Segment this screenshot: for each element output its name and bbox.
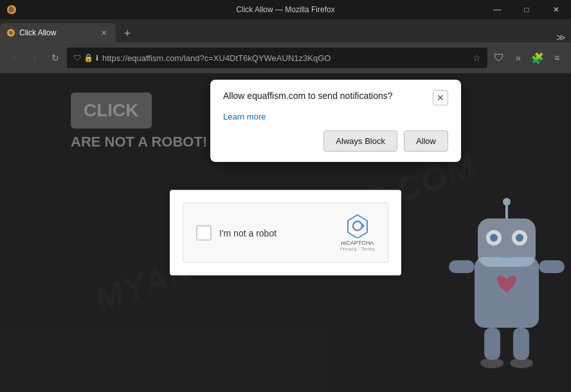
active-tab[interactable]: Click Allow ✕	[0, 23, 116, 42]
titlebar: Click Allow — Mozilla Firefox — □ ✕	[0, 0, 571, 19]
new-tab-button[interactable]: +	[118, 24, 136, 42]
not-robot-text: ARE NOT A ROBOT!	[71, 134, 207, 150]
popup-header: Allow equaffism.com to send notification…	[223, 90, 448, 105]
tab-overflow-button[interactable]: ≫	[556, 32, 566, 42]
svg-point-3	[9, 31, 13, 35]
robot-illustration	[436, 174, 565, 392]
notification-popup: Allow equaffism.com to send notification…	[210, 80, 461, 162]
learn-more-link[interactable]: Learn more	[223, 112, 448, 121]
window-controls: — □ ✕	[482, 0, 571, 19]
tab-favicon	[6, 28, 15, 37]
robot-svg	[436, 174, 565, 392]
svg-point-12	[516, 234, 523, 242]
tabbar: Click Allow ✕ + ≫	[0, 19, 571, 42]
tab-label: Click Allow	[19, 28, 95, 37]
svg-point-11	[490, 234, 498, 242]
captcha-label: I'm not a robot	[219, 227, 276, 238]
click-text: CLICK	[84, 100, 139, 121]
svg-rect-14	[539, 260, 565, 273]
tab-close-button[interactable]: ✕	[98, 27, 109, 39]
svg-point-18	[510, 358, 533, 368]
captcha-box: I'm not a robot reCAPTCHA Privacy · Term…	[183, 203, 388, 263]
svg-rect-16	[513, 328, 529, 360]
reload-button[interactable]: ↻	[46, 49, 64, 67]
captcha-checkbox[interactable]	[196, 225, 212, 240]
svg-rect-13	[449, 260, 475, 273]
always-block-button[interactable]: Always Block	[323, 130, 397, 152]
extensions-button[interactable]: »	[509, 49, 527, 67]
extensions2-button[interactable]: 🧩	[529, 49, 547, 67]
recaptcha-links: Privacy · Terms	[340, 246, 375, 252]
captcha-logo: reCAPTCHA Privacy · Terms	[340, 214, 375, 252]
page-content: MYANTISPYWARE.COM CLICK ARE NOT A ROBOT!…	[0, 73, 571, 392]
popup-buttons: Always Block Allow	[223, 130, 448, 152]
maximize-button[interactable]: □	[512, 0, 541, 19]
window-title: Click Allow — Mozilla Firefox	[236, 5, 334, 14]
forward-button[interactable]: ›	[26, 49, 44, 67]
svg-rect-6	[478, 218, 536, 267]
info-icon: ℹ	[96, 54, 98, 62]
shield-button[interactable]: 🛡	[490, 49, 508, 67]
popup-title: Allow equaffism.com to send notification…	[223, 90, 393, 103]
back-button[interactable]: ‹	[5, 49, 23, 67]
firefox-logo	[6, 4, 17, 15]
popup-close-button[interactable]: ✕	[433, 90, 448, 105]
svg-point-1	[9, 7, 14, 12]
url-text: https://equaffism.com/land?c=XU4DtT6kQYW…	[102, 53, 469, 63]
svg-rect-15	[484, 328, 500, 360]
bookmark-icon[interactable]: ☆	[473, 53, 481, 63]
svg-point-17	[480, 358, 503, 368]
svg-marker-4	[362, 224, 365, 229]
menu-button[interactable]: ≡	[548, 49, 566, 67]
close-button[interactable]: ✕	[541, 0, 571, 19]
recaptcha-icon	[345, 214, 370, 238]
captcha-left: I'm not a robot	[196, 225, 276, 240]
address-bar[interactable]: 🛡 🔒 ℹ https://equaffism.com/land?c=XU4Dt…	[67, 48, 487, 68]
allow-button[interactable]: Allow	[404, 130, 448, 152]
navbar-right-buttons: 🛡 » 🧩 ≡	[490, 49, 566, 67]
lock-icon: 🔒	[84, 53, 93, 62]
navbar: ‹ › ↻ 🛡 🔒 ℹ https://equaffism.com/land?c…	[0, 42, 571, 73]
address-icons: 🛡 🔒 ℹ	[73, 53, 98, 62]
recaptcha-brand: reCAPTCHA	[341, 240, 374, 246]
captcha-container: I'm not a robot reCAPTCHA Privacy · Term…	[170, 190, 401, 276]
shield-icon: 🛡	[73, 53, 81, 62]
svg-point-8	[503, 198, 511, 206]
minimize-button[interactable]: —	[482, 0, 512, 19]
